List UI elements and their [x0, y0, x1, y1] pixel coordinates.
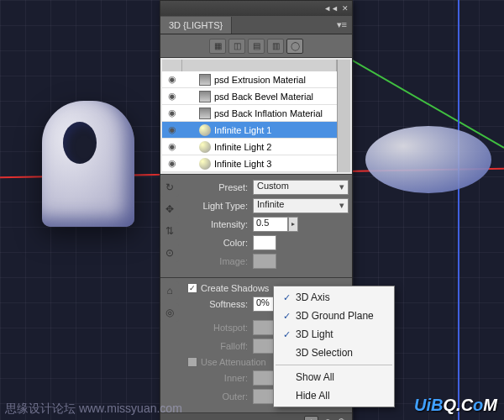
- light-icon: [199, 158, 211, 170]
- scrollbar[interactable]: [337, 60, 350, 172]
- layer-name: psd Extrusion Material: [214, 75, 306, 85]
- shadows-checkbox[interactable]: ✓: [187, 283, 197, 293]
- attenuation-label: Use Attenuation: [201, 357, 266, 367]
- preset-label: Preset:: [187, 182, 248, 192]
- light-icon: [199, 141, 211, 153]
- lighttype-label: Light Type:: [187, 201, 248, 211]
- layer-row[interactable]: ◉psd Extrusion Material: [162, 71, 337, 88]
- falloff-label: Falloff:: [187, 341, 248, 351]
- popup-separator: [276, 365, 392, 365]
- popup-hide-all[interactable]: Hide All: [274, 386, 394, 405]
- image-label: Image:: [187, 256, 248, 266]
- material-icon: [199, 74, 211, 86]
- check-icon: ✓: [277, 292, 296, 303]
- visibility-eye-icon[interactable]: ◉: [162, 74, 182, 85]
- layer-name: Infinite Light 3: [214, 159, 272, 169]
- lighttype-field: Light Type: Infinite: [187, 198, 349, 213]
- visibility-eye-icon[interactable]: ◉: [162, 158, 182, 169]
- layer-row[interactable]: ◉Infinite Light 1: [162, 122, 337, 139]
- panel-menu-icon[interactable]: ▾≡: [332, 19, 352, 30]
- popup-show-all-label: Show All: [296, 371, 334, 383]
- color-label: Color:: [187, 238, 248, 248]
- visibility-eye-icon[interactable]: ◉: [162, 91, 182, 102]
- material-icon: [199, 108, 211, 119]
- filter-mesh-icon[interactable]: ◫: [228, 39, 245, 54]
- tab-row: 3D {LIGHTS} ▾≡: [160, 16, 352, 34]
- visibility-eye-icon[interactable]: ◉: [162, 124, 182, 135]
- light-properties-upper: ↻ ✥ ⇅ ⊙ Preset: Custom Light Type: Infin…: [160, 174, 352, 277]
- layer-name: Infinite Light 1: [214, 125, 272, 135]
- filter-scene-icon[interactable]: ▦: [209, 39, 226, 54]
- lighttype-select[interactable]: Infinite: [253, 198, 349, 213]
- popup-item[interactable]: ✓3D Light: [274, 325, 394, 344]
- tool-slide-icon[interactable]: ⇅: [160, 222, 179, 240]
- check-icon: ✓: [277, 311, 296, 322]
- layer-name: Infinite Light 2: [214, 142, 272, 152]
- filter-lights-icon[interactable]: ▥: [267, 39, 284, 54]
- light-icon: [199, 124, 211, 136]
- tab-3d-lights[interactable]: 3D {LIGHTS}: [160, 17, 232, 34]
- watermark-text: 思缘设计论坛 www.missyuan.com: [5, 402, 182, 417]
- softness-label: Softness:: [187, 299, 248, 309]
- popup-hide-all-label: Hide All: [296, 390, 330, 402]
- collapse-icon[interactable]: ◄◄: [323, 4, 339, 13]
- new-light-icon[interactable]: ◉: [323, 417, 332, 421]
- layer-row[interactable]: ◉psd Back Bevel Material: [162, 88, 337, 105]
- visibility-eye-icon[interactable]: ◉: [162, 108, 182, 118]
- layer-list: ◉psd Extrusion Material◉psd Back Bevel M…: [160, 58, 352, 174]
- list-header: [162, 60, 337, 71]
- layer-row[interactable]: ◉Infinite Light 2: [162, 139, 337, 155]
- layer-name: psd Back Inflation Material: [214, 108, 323, 118]
- delete-icon[interactable]: 🗑: [337, 417, 347, 421]
- popup-show-all[interactable]: Show All: [274, 368, 394, 386]
- hotspot-label: Hotspot:: [187, 323, 248, 333]
- check-icon: ✓: [277, 329, 296, 340]
- popup-item-label: 3D Ground Plane: [296, 310, 374, 322]
- popup-item-label: 3D Axis: [296, 291, 330, 303]
- tool-target-icon[interactable]: ◎: [160, 303, 179, 322]
- intensity-slider-icon[interactable]: ▸: [288, 217, 298, 232]
- inner-label: Inner:: [187, 373, 248, 383]
- intensity-input[interactable]: 0.5: [253, 217, 288, 232]
- intensity-field: Intensity: 0.5 ▸: [187, 217, 349, 232]
- filter-materials-icon[interactable]: ▤: [248, 39, 265, 54]
- 3d-object-letter-p[interactable]: [42, 101, 134, 227]
- popup-item[interactable]: ✓3D Ground Plane: [274, 307, 394, 325]
- filter-bar: ▦ ◫ ▤ ▥ ◯: [160, 34, 352, 58]
- logo: UiBQ.CoM: [414, 396, 497, 415]
- popup-item-label: 3D Selection: [296, 347, 353, 359]
- tool-home-icon[interactable]: ⌂: [160, 281, 179, 300]
- color-field: Color:: [187, 235, 349, 250]
- popup-item-label: 3D Light: [296, 328, 333, 340]
- panel-footer: ◈ ◉ 🗑: [160, 412, 352, 420]
- layer-row[interactable]: ◉Infinite Light 3: [162, 155, 337, 172]
- z-axis: [458, 0, 459, 420]
- tool-column: ↻ ✥ ⇅ ⊙: [160, 175, 182, 262]
- popup-item[interactable]: ✓3D Axis: [274, 288, 394, 307]
- overlay-popup: ✓3D Axis✓3D Ground Plane✓3D Light3D Sele…: [273, 286, 395, 407]
- material-icon: [199, 91, 211, 102]
- filter-bulb-icon[interactable]: ◯: [286, 39, 303, 54]
- shadows-label: Create Shadows: [201, 283, 269, 293]
- panel-header: ◄◄ ✕: [160, 1, 352, 16]
- preset-select[interactable]: Custom: [253, 180, 349, 195]
- visibility-eye-icon[interactable]: ◉: [162, 141, 182, 152]
- layer-name: psd Back Bevel Material: [214, 92, 313, 102]
- preset-field: Preset: Custom: [187, 180, 349, 195]
- tool-rotate-icon[interactable]: ↻: [160, 178, 179, 197]
- image-swatch: [253, 254, 276, 269]
- tool-point-icon[interactable]: ⊙: [160, 244, 179, 262]
- color-swatch[interactable]: [253, 235, 276, 250]
- 3d-object-blob[interactable]: [365, 126, 491, 193]
- image-field: Image:: [187, 254, 349, 269]
- layer-row[interactable]: ◉psd Back Inflation Material: [162, 105, 337, 122]
- intensity-label: Intensity:: [187, 219, 248, 229]
- toggle-overlay-icon[interactable]: ◈: [304, 416, 318, 421]
- tool-pan-icon[interactable]: ✥: [160, 200, 179, 218]
- attenuation-checkbox: [187, 357, 197, 367]
- outer-label: Outer:: [187, 391, 248, 402]
- popup-item[interactable]: 3D Selection: [274, 344, 394, 362]
- tool-column-2: ⌂ ◎: [160, 278, 182, 322]
- close-icon[interactable]: ✕: [342, 4, 349, 13]
